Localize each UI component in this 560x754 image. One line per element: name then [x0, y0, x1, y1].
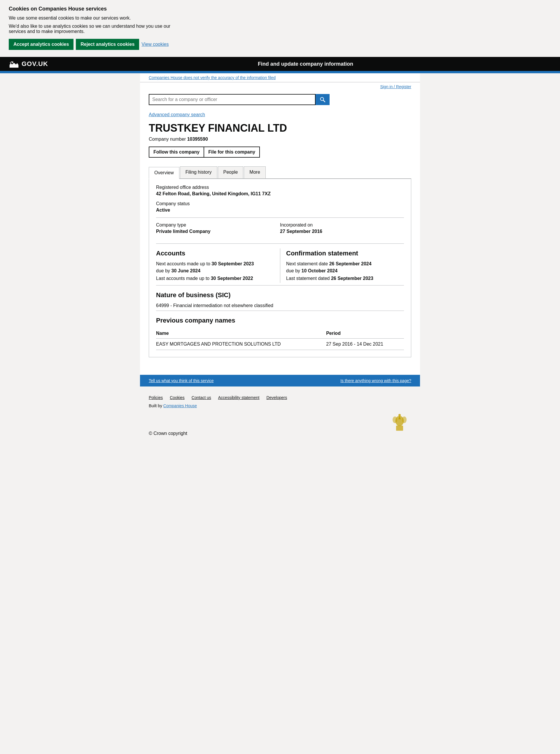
signin-link[interactable]: Sign in / Register: [380, 84, 411, 89]
tabs-nav: Overview Filing history People More: [149, 167, 411, 179]
search-section: [140, 91, 420, 110]
col-name: Name: [156, 328, 326, 339]
svg-rect-0: [9, 65, 19, 68]
accounts-next-date: 30 September 2023: [212, 261, 254, 266]
confirmation-last-label: Last statement dated: [286, 276, 329, 281]
company-type-label: Company type: [156, 223, 280, 228]
confirmation-due-row: due by 10 October 2024: [286, 268, 404, 273]
notice-link[interactable]: Companies House does not verify the accu…: [149, 75, 276, 80]
service-name: Find and update company information: [60, 61, 551, 67]
svg-point-7: [402, 417, 406, 423]
confirmation-next-label: Next statement date: [286, 261, 328, 266]
reject-cookies-button[interactable]: Reject analytics cookies: [76, 39, 139, 50]
accounts-heading: Accounts: [156, 250, 274, 257]
confirmation-last-date: 26 September 2023: [331, 276, 373, 281]
company-type-col: Company type Private limited Company: [156, 223, 280, 239]
confirmation-due-date: 10 October 2024: [302, 268, 338, 273]
footer-built: Built by Companies House: [149, 403, 411, 408]
prev-period-cell: 27 Sep 2016 - 14 Dec 2021: [326, 339, 404, 350]
incorporated-value: 27 September 2016: [280, 229, 404, 234]
tab-people[interactable]: People: [218, 167, 243, 178]
nature-value: 64999 - Financial intermediation not els…: [156, 303, 404, 308]
accounts-last-date: 30 September 2022: [211, 276, 253, 281]
company-number-row: Company number 10395590: [149, 137, 411, 142]
cookie-buttons: Accept analytics cookies Reject analytic…: [9, 39, 172, 50]
company-status-value: Active: [156, 208, 404, 213]
govuk-logo-link[interactable]: GOV.UK: [9, 60, 48, 68]
prev-name-cell: EASY MORTGAGES AND PROTECTION SOLUTIONS …: [156, 339, 326, 350]
govuk-header: GOV.UK Find and update company informati…: [0, 57, 560, 71]
govuk-name: GOV.UK: [22, 60, 48, 68]
feedback-bar: Tell us what you think of this service I…: [140, 375, 420, 386]
registered-office-label: Registered office address: [156, 185, 404, 190]
accounts-next-row: Next accounts made up to 30 September 20…: [156, 261, 274, 267]
nature-section: Nature of business (SIC) 64999 - Financi…: [156, 285, 404, 308]
incorporated-label: Incorporated on: [280, 223, 404, 228]
file-company-button[interactable]: File for this company: [204, 147, 260, 158]
svg-rect-5: [396, 426, 403, 431]
main-content: Companies House does not verify the accu…: [140, 73, 420, 445]
company-type-value: Private limited Company: [156, 229, 280, 234]
royal-arms-icon: [388, 413, 411, 436]
confirmation-heading: Confirmation statement: [286, 250, 404, 257]
confirmation-last-row: Last statement dated 26 September 2023: [286, 276, 404, 281]
company-name: TRUSTKEY FINANCIAL LTD: [149, 122, 411, 134]
svg-line-3: [323, 100, 325, 102]
cookie-banner: Cookies on Companies House services We u…: [0, 0, 181, 57]
company-status-label: Company status: [156, 201, 404, 206]
incorporated-col: Incorporated on 27 September 2016: [280, 223, 404, 239]
follow-company-button[interactable]: Follow this company: [149, 147, 204, 158]
svg-point-6: [393, 417, 397, 423]
tab-filing-history[interactable]: Filing history: [180, 167, 217, 178]
search-icon: [320, 97, 325, 102]
svg-marker-1: [9, 63, 19, 65]
company-number-value: 10395590: [187, 137, 208, 141]
feedback-left-link[interactable]: Tell us what you think of this service: [149, 378, 214, 383]
previous-names-section: Previous company names Name Period EASY …: [156, 311, 404, 350]
cookie-banner-text1: We use some essential cookies to make ou…: [9, 16, 172, 21]
crown-copyright-text: © Crown copyright: [149, 431, 187, 436]
footer: PoliciesCookiesContact usAccessibility s…: [140, 386, 420, 445]
confirmation-due-label: due by: [286, 268, 300, 273]
overview-panel: Registered office address 42 Felton Road…: [149, 179, 411, 357]
previous-names-heading: Previous company names: [156, 317, 404, 324]
nature-heading: Nature of business (SIC): [156, 291, 404, 299]
cookie-banner-title: Cookies on Companies House services: [9, 6, 172, 12]
accounts-next-label: Next accounts made up to: [156, 261, 210, 266]
search-button[interactable]: [316, 94, 329, 105]
search-input[interactable]: [149, 94, 316, 105]
feedback-right-link[interactable]: Is there anything wrong with this page?: [340, 378, 411, 383]
footer-link[interactable]: Cookies: [170, 395, 185, 400]
view-cookies-link[interactable]: View cookies: [141, 42, 168, 47]
svg-point-9: [398, 414, 401, 416]
confirmation-col: Confirmation statement Next statement da…: [280, 248, 404, 283]
footer-link[interactable]: Accessibility statement: [218, 395, 260, 400]
company-number-label: Company number: [149, 137, 186, 141]
table-row: EASY MORTGAGES AND PROTECTION SOLUTIONS …: [156, 339, 404, 350]
footer-links: PoliciesCookiesContact usAccessibility s…: [149, 395, 411, 400]
company-section: TRUSTKEY FINANCIAL LTD Company number 10…: [140, 117, 420, 366]
footer-link[interactable]: Contact us: [192, 395, 211, 400]
tab-more[interactable]: More: [244, 167, 265, 178]
footer-bottom: © Crown copyright: [149, 413, 411, 436]
crown-icon: [9, 60, 19, 68]
confirmation-next-date: 26 September 2024: [329, 261, 372, 266]
notice-bar: Companies House does not verify the accu…: [140, 73, 420, 82]
advanced-search-link[interactable]: Advanced company search: [140, 110, 420, 117]
accounts-col: Accounts Next accounts made up to 30 Sep…: [156, 248, 280, 283]
signin-bar: Sign in / Register: [140, 82, 420, 91]
accounts-due-label: due by: [156, 268, 170, 273]
confirmation-next-row: Next statement date 26 September 2024: [286, 261, 404, 267]
registered-office-value: 42 Felton Road, Barking, United Kingdom,…: [156, 191, 404, 196]
accounts-last-label: Last accounts made up to: [156, 276, 209, 281]
built-by-link[interactable]: Companies House: [163, 403, 197, 408]
blue-bar: [0, 71, 560, 73]
previous-names-table: Name Period EASY MORTGAGES AND PROTECTIO…: [156, 328, 404, 350]
accounts-due-row: due by 30 June 2024: [156, 268, 274, 273]
built-by-prefix: Built by: [149, 403, 162, 408]
footer-link[interactable]: Developers: [266, 395, 287, 400]
footer-link[interactable]: Policies: [149, 395, 163, 400]
action-buttons: Follow this company File for this compan…: [149, 147, 411, 158]
tab-overview[interactable]: Overview: [149, 167, 179, 179]
accept-cookies-button[interactable]: Accept analytics cookies: [9, 39, 74, 50]
